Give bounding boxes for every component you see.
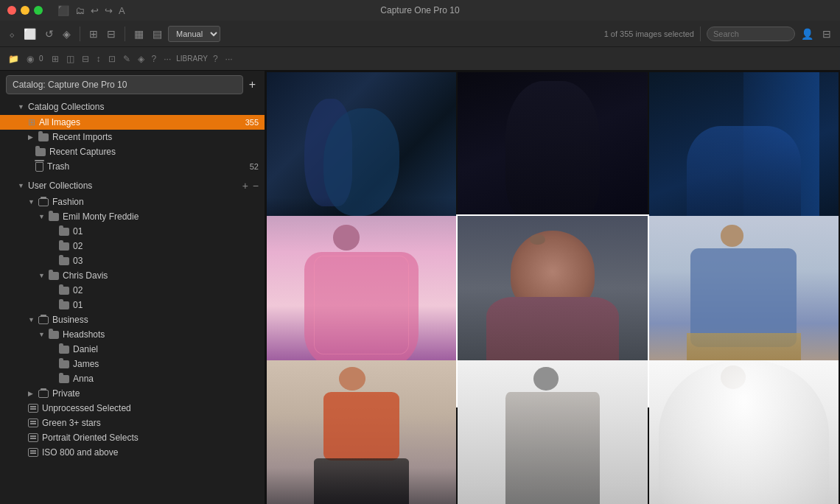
folder-03a-icon [59, 257, 69, 265]
zoom-icon[interactable]: ◉ [24, 52, 36, 66]
toolbar-icon-1[interactable]: ⬛ [57, 5, 69, 16]
headshots-item[interactable]: ▼ Headshots [0, 327, 265, 342]
portrait-icon [28, 433, 38, 442]
divider-1 [80, 27, 80, 41]
anna-icon [59, 375, 69, 383]
anna-item[interactable]: Anna [0, 371, 265, 386]
toolbar-icon-2[interactable]: 🗂 [75, 5, 85, 16]
remove-collection-button[interactable]: − [253, 180, 259, 192]
main-toolbar: ⬦ ⬜ ↺ ◈ ⊞ ⊟ ▦ ▤ Manual 1 of 355 images s… [0, 21, 840, 47]
user-collections-header[interactable]: ▼ User Collections + − [0, 177, 265, 195]
green-stars-icon [28, 419, 38, 427]
catalog-dropdown[interactable]: Catalog: Capture One Pro 10 [6, 75, 243, 94]
tool-rotate[interactable]: ↺ [42, 27, 57, 41]
image-cell-7[interactable]: ★★★★ MY_MAG_PO_MONTY_V031.jpg [458, 360, 647, 504]
folder-03a-label: 03 [73, 256, 259, 266]
folder-03a-item[interactable]: 03 [0, 253, 265, 268]
recent-imports-item[interactable]: ▶ Recent Imports [0, 130, 265, 144]
user-icon[interactable]: 👤 [798, 27, 816, 41]
search-input[interactable] [707, 27, 795, 41]
folder-02b-item[interactable]: 02 [0, 283, 265, 298]
portrait-label: Portrait Oriented Selects [42, 433, 259, 443]
lib-help[interactable]: ? [211, 52, 220, 66]
tool-g[interactable]: ◈ [136, 52, 147, 66]
image-thumb-7 [458, 360, 647, 504]
folder-02a-label: 02 [73, 241, 259, 251]
iso-item[interactable]: ISO 800 and above [0, 445, 265, 460]
traffic-lights [7, 6, 43, 15]
recent-imports-label: Recent Imports [52, 132, 259, 142]
tool-wb[interactable]: ⊟ [104, 27, 119, 41]
user-collections-label: User Collections [28, 181, 242, 191]
all-images-icon: ⊞ [28, 117, 35, 127]
folder-02a-item[interactable]: 02 [0, 239, 265, 253]
folder-02a-icon [59, 242, 69, 251]
secondary-toolbar: 📁 ◉ 0 ⊞ ◫ ⊟ ↕ ⊡ ✎ ◈ ? ··· LIBRARY ? ··· [0, 47, 840, 71]
james-item[interactable]: James [0, 357, 265, 371]
fashion-icon [38, 198, 49, 206]
tool-a[interactable]: ⊞ [49, 52, 61, 66]
add-collection-button[interactable]: + [242, 180, 248, 192]
titlebar-toolbar: ⬛ 🗂 ↩ ↪ A [57, 5, 125, 16]
tool-c[interactable]: ⊟ [80, 52, 91, 66]
help-icon[interactable]: ? [150, 52, 159, 66]
unprocessed-item[interactable]: Unprocessed Selected [0, 401, 265, 416]
lib-icon[interactable]: 📁 [6, 52, 21, 66]
folder-01b-item[interactable]: 01 [0, 298, 265, 312]
image-cell-6[interactable]: ★★★★ MY_MAG_PO_MONTY_V020.jpg [267, 360, 456, 504]
catalog-collections-header[interactable]: ▼ Catalog Collections [0, 99, 265, 115]
lib-more[interactable]: ··· [223, 52, 235, 66]
business-icon [38, 316, 49, 324]
toolbar-icon-4[interactable]: ↪ [105, 5, 113, 16]
chris-davis-item[interactable]: ▼ Chris Davis [0, 268, 265, 283]
catalog-add-button[interactable]: + [246, 78, 259, 91]
app-title: Capture One Pro 10 [380, 5, 459, 15]
emil-monty-item[interactable]: ▼ Emil Monty Freddie [0, 209, 265, 224]
maximize-button[interactable] [34, 6, 43, 15]
recent-captures-icon [35, 148, 46, 156]
portrait-item[interactable]: Portrait Oriented Selects [0, 430, 265, 445]
green-stars-item[interactable]: Green 3+ stars [0, 416, 265, 430]
close-button[interactable] [7, 6, 16, 15]
library-panel: ▼ Catalog Collections ⊞ All Images 355 ▶… [0, 99, 265, 504]
all-images-label: All Images [39, 117, 245, 127]
private-item[interactable]: ▶ Private [0, 386, 265, 401]
tool-view2[interactable]: ▤ [150, 27, 165, 41]
fashion-item[interactable]: ▼ Fashion [0, 195, 265, 209]
content-area: ★★★★ Look 8_0028.jpg ★★★★ Look 8_0038 B.… [265, 71, 840, 504]
tool-view1[interactable]: ▦ [131, 27, 147, 41]
tool-f[interactable]: ✎ [121, 52, 133, 66]
slider-icon[interactable]: ⊟ [819, 27, 834, 41]
all-images-item[interactable]: ⊞ All Images 355 [0, 115, 265, 130]
tool-levels[interactable]: ◈ [60, 27, 74, 41]
minimize-button[interactable] [21, 6, 29, 15]
mode-select[interactable]: Manual [168, 26, 220, 42]
image-cell-8[interactable]: ★★★★ MY_MAG_PO_MONTY_V045.jpg [649, 360, 839, 504]
trash-item[interactable]: Trash 52 [0, 159, 265, 174]
tool-cursor[interactable]: ⬦ [6, 27, 18, 41]
emil-chevron: ▼ [38, 213, 46, 220]
folder-01a-item[interactable]: 01 [0, 224, 265, 239]
more-icon[interactable]: ··· [161, 52, 173, 66]
daniel-item[interactable]: Daniel [0, 342, 265, 357]
private-chevron: ▶ [28, 390, 35, 397]
user-coll-chevron: ▼ [18, 182, 25, 189]
iso-icon [28, 448, 38, 457]
folder-01a-label: 01 [73, 226, 259, 237]
emil-icon [49, 213, 59, 221]
recent-captures-item[interactable]: Recent Captures [0, 144, 265, 159]
toolbar-icon-5[interactable]: A [119, 5, 125, 16]
chris-chevron: ▼ [38, 272, 46, 279]
business-item[interactable]: ▼ Business [0, 312, 265, 327]
image-thumb-8 [649, 360, 839, 504]
tool-d[interactable]: ↕ [94, 52, 103, 66]
tool-crop[interactable]: ⬜ [21, 27, 39, 41]
trash-label: Trash [47, 161, 250, 172]
tool-adjust[interactable]: ⊞ [86, 27, 101, 41]
tool-e[interactable]: ⊡ [106, 52, 118, 66]
titlebar: ⬛ 🗂 ↩ ↪ A Capture One Pro 10 [0, 0, 840, 21]
tool-b[interactable]: ◫ [64, 52, 77, 66]
recent-imports-icon [38, 133, 49, 141]
toolbar-icon-3[interactable]: ↩ [91, 5, 99, 16]
divider-3 [700, 27, 701, 41]
